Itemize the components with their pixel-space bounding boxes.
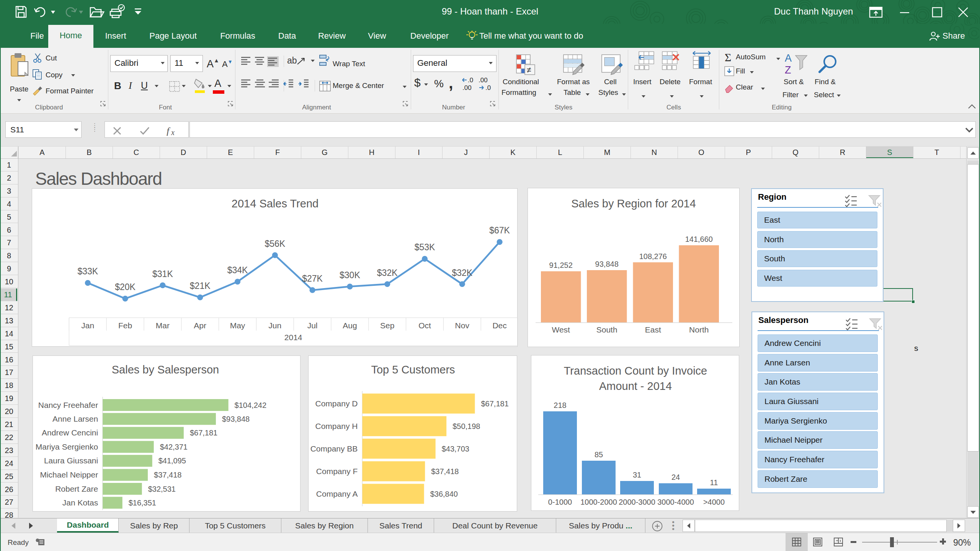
svg-text:Mariya Sergienko: Mariya Sergienko	[36, 442, 98, 451]
svg-text:$42,371: $42,371	[160, 443, 188, 451]
svg-text:Jun: Jun	[268, 321, 281, 330]
svg-text:Aug: Aug	[343, 321, 357, 330]
svg-text:Sales by Region for 2014: Sales by Region for 2014	[571, 197, 696, 210]
svg-text:1000-2000: 1000-2000	[580, 498, 617, 506]
svg-text:$30K: $30K	[340, 270, 360, 280]
svg-text:Transaction Count by Invoice: Transaction Count by Invoice	[564, 365, 707, 377]
svg-text:108,276: 108,276	[639, 252, 667, 261]
svg-text:$32K: $32K	[452, 267, 472, 277]
svg-text:Andrew Cencini: Andrew Cencini	[42, 428, 98, 437]
svg-text:Mar: Mar	[155, 321, 169, 330]
svg-text:11: 11	[710, 478, 718, 487]
svg-text:South: South	[596, 325, 617, 334]
svg-text:ab: ab	[287, 55, 297, 65]
svg-text:$20K: $20K	[115, 282, 136, 292]
svg-text:$33K: $33K	[77, 266, 98, 276]
svg-text:85: 85	[595, 450, 603, 459]
svg-text:$27K: $27K	[302, 274, 323, 284]
svg-text:Jul: Jul	[307, 321, 317, 330]
svg-text:Laura Giussani: Laura Giussani	[44, 456, 98, 465]
svg-text:Apr: Apr	[194, 321, 206, 330]
svg-text:141,660: 141,660	[685, 235, 713, 243]
svg-text:West: West	[552, 325, 570, 334]
svg-text:$67,181: $67,181	[190, 429, 217, 437]
svg-text:Company F: Company F	[316, 467, 358, 476]
svg-text:Amount - 2014: Amount - 2014	[599, 380, 672, 392]
svg-text:Robert Zare: Robert Zare	[55, 484, 98, 493]
svg-text:24: 24	[671, 473, 680, 481]
svg-text:Nancy Freehafer: Nancy Freehafer	[38, 401, 98, 409]
svg-text:$36,840: $36,840	[430, 490, 458, 498]
svg-text:$104,242: $104,242	[235, 401, 266, 409]
svg-text:May: May	[230, 321, 245, 330]
svg-text:.0: .0	[468, 77, 473, 84]
svg-text:Nov: Nov	[455, 321, 469, 330]
svg-text:$41,095: $41,095	[158, 456, 186, 465]
svg-text:f: f	[167, 127, 171, 136]
svg-text:Anne Larsen: Anne Larsen	[52, 414, 98, 423]
svg-text:$93,848: $93,848	[222, 415, 250, 423]
svg-text:Oct: Oct	[418, 321, 431, 330]
svg-text:$37,418: $37,418	[431, 467, 459, 476]
svg-text:$37,418: $37,418	[154, 471, 181, 479]
svg-text:$43,703: $43,703	[442, 445, 469, 453]
svg-text:$21K: $21K	[189, 281, 210, 291]
svg-text:0-1000: 0-1000	[548, 498, 572, 506]
svg-text:31: 31	[633, 471, 641, 479]
svg-text:$16,351: $16,351	[129, 499, 156, 507]
svg-text:Top 5 Customers: Top 5 Customers	[371, 364, 455, 376]
svg-text:$32,531: $32,531	[148, 485, 176, 493]
svg-text:North: North	[689, 325, 709, 334]
svg-text:Dec: Dec	[492, 321, 506, 330]
svg-text:.00: .00	[479, 77, 488, 84]
svg-text:Company A: Company A	[316, 489, 358, 498]
svg-text:Company D: Company D	[315, 399, 358, 408]
svg-text:$67K: $67K	[489, 225, 510, 235]
svg-text:$56K: $56K	[265, 239, 285, 249]
svg-text:>4000: >4000	[703, 498, 725, 506]
svg-text:2014: 2014	[284, 333, 302, 342]
svg-text:$32K: $32K	[377, 267, 397, 277]
svg-text:East: East	[645, 325, 661, 334]
svg-text:Feb: Feb	[118, 321, 132, 330]
svg-text:Michael Neipper: Michael Neipper	[40, 470, 98, 479]
svg-text:2000-3000: 2000-3000	[619, 498, 655, 506]
svg-text:$31K: $31K	[152, 269, 173, 279]
svg-text:≠: ≠	[527, 65, 531, 74]
svg-text:Sep: Sep	[380, 321, 394, 330]
svg-text:.0: .0	[485, 84, 491, 91]
svg-text:Company BB: Company BB	[310, 444, 358, 453]
svg-text:Sales by Salesperson: Sales by Salesperson	[112, 364, 219, 376]
svg-text:2014 Sales Trend: 2014 Sales Trend	[231, 197, 318, 210]
svg-text:$67,181: $67,181	[481, 399, 509, 408]
svg-text:Jan: Jan	[81, 321, 94, 330]
svg-text:$34K: $34K	[227, 265, 248, 275]
svg-text:$50,198: $50,198	[452, 422, 480, 430]
svg-text:218: 218	[554, 401, 566, 409]
svg-text:$53K: $53K	[414, 242, 435, 252]
svg-text:3000-4000: 3000-4000	[657, 498, 694, 506]
svg-text:Jan Kotas: Jan Kotas	[62, 498, 98, 507]
svg-text:.00: .00	[462, 84, 472, 91]
svg-text:Company H: Company H	[315, 422, 358, 430]
svg-text:91,252: 91,252	[549, 261, 573, 269]
svg-text:x: x	[171, 128, 175, 136]
svg-text:93,848: 93,848	[595, 260, 619, 268]
